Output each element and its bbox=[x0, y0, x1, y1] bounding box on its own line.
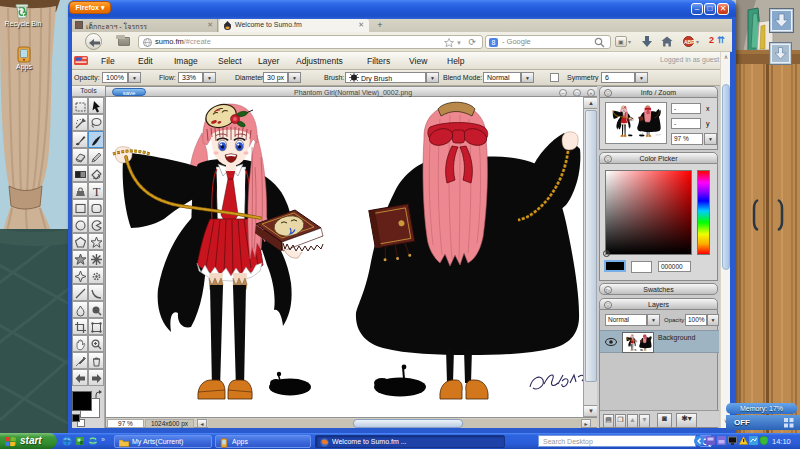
svg-text:T: T bbox=[93, 185, 101, 198]
